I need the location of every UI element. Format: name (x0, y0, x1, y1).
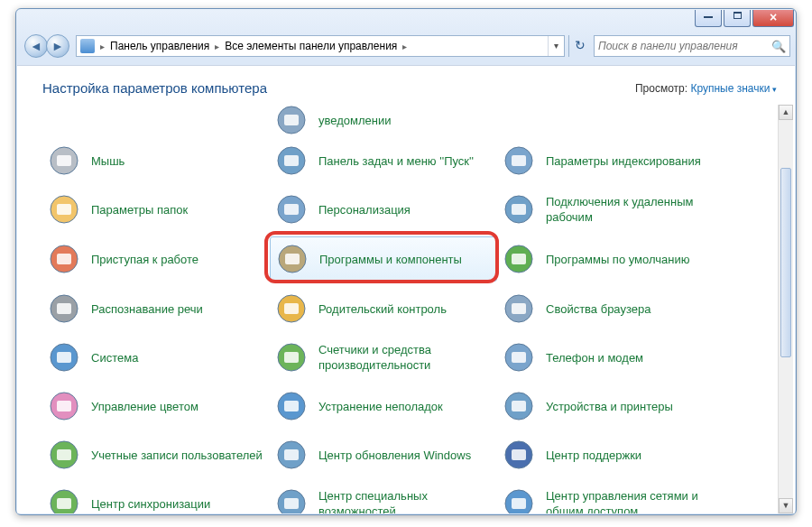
item-label: Параметры папок (91, 202, 188, 217)
control-panel-item[interactable]: Центр управления сетями и общим доступом (497, 482, 724, 513)
minimize-button[interactable] (695, 10, 722, 27)
item-icon (273, 339, 309, 375)
control-panel-item[interactable]: Центр поддержки (497, 433, 724, 476)
control-panel-item[interactable]: Параметры индексирования (497, 139, 724, 182)
items-grid: уведомленииМышьПанель задач и меню ''Пус… (42, 110, 791, 513)
item-label: Свойства браузера (546, 301, 651, 317)
control-panel-item[interactable]: Программы по умолчанию (497, 236, 724, 282)
svg-rect-21 (57, 303, 71, 314)
scroll-down-button[interactable]: ▼ (779, 498, 793, 513)
item-label: Центр поддержки (546, 448, 641, 463)
control-panel-item[interactable]: Распознавание речи (42, 287, 270, 330)
chevron-right-icon[interactable]: ▸ (213, 42, 221, 51)
svg-rect-25 (512, 303, 526, 314)
item-icon (46, 485, 82, 513)
nav-row: ◄ ► ▸ Панель управления ▸ Все элементы п… (16, 31, 796, 61)
item-label: Родительский контроль (318, 301, 447, 317)
refresh-button[interactable]: ↻ (568, 35, 590, 57)
control-panel-item[interactable]: Панель задач и меню ''Пуск'' (270, 139, 497, 182)
svg-rect-29 (284, 352, 299, 363)
svg-rect-3 (57, 155, 71, 166)
item-label: Система (91, 350, 138, 365)
svg-rect-31 (512, 352, 526, 363)
svg-rect-47 (284, 498, 299, 509)
svg-rect-1 (284, 115, 299, 125)
control-panel-item[interactable]: Центр синхронизации (42, 482, 270, 513)
item-icon (273, 110, 309, 130)
address-bar[interactable]: ▸ Панель управления ▸ Все элементы панел… (76, 35, 565, 57)
control-panel-item[interactable]: Учетные записи пользователей (42, 433, 270, 476)
chevron-right-icon[interactable]: ▸ (401, 42, 409, 51)
item-label: Мышь (91, 153, 125, 169)
control-panel-item[interactable]: Персонализация (270, 188, 497, 231)
forward-button[interactable]: ► (46, 34, 69, 58)
item-icon (46, 191, 82, 227)
item-icon (273, 485, 309, 513)
control-panel-item[interactable]: Центр обновления Windows (270, 433, 497, 476)
svg-rect-9 (57, 204, 71, 215)
control-panel-item[interactable]: Родительский контроль (270, 287, 497, 330)
item-label: Устранение неполадок (318, 399, 443, 414)
search-input[interactable] (598, 40, 771, 52)
svg-rect-49 (512, 498, 526, 509)
search-box[interactable]: 🔍 (594, 35, 790, 57)
control-panel-item[interactable]: Программы и компоненты (270, 236, 497, 282)
maximize-button[interactable] (724, 10, 751, 27)
page-title: Настройка параметров компьютера (42, 80, 267, 96)
svg-rect-7 (512, 155, 526, 166)
control-panel-item[interactable]: Телефон и модем (497, 336, 724, 379)
control-panel-item[interactable]: уведомлении (270, 110, 497, 134)
item-label: Панель задач и меню ''Пуск'' (318, 153, 474, 169)
item-label: Устройства и принтеры (546, 399, 673, 414)
item-label: Центр специальных возможностей (318, 488, 490, 513)
scroll-up-button[interactable]: ▲ (779, 105, 793, 120)
item-label: Центр управления сетями и общим доступом (546, 488, 717, 513)
close-button[interactable]: × (752, 10, 794, 27)
breadcrumb-seg[interactable]: Панель управления (106, 40, 213, 52)
control-panel-item[interactable]: Мышь (42, 139, 270, 182)
control-panel-item[interactable]: Устройства и принтеры (497, 384, 724, 428)
control-panel-item[interactable]: Счетчики и средства производительности (270, 336, 497, 379)
item-icon (501, 143, 537, 179)
content-area: Настройка параметров компьютера Просмотр… (17, 65, 795, 513)
content-header: Настройка параметров компьютера Просмотр… (17, 66, 795, 105)
items-area: уведомленииМышьПанель задач и меню ''Пус… (17, 105, 795, 513)
svg-rect-41 (284, 449, 299, 460)
item-icon (273, 291, 309, 327)
item-icon (273, 437, 309, 473)
scroll-thumb[interactable] (780, 168, 791, 357)
item-icon (273, 191, 309, 227)
control-panel-item[interactable]: Устранение неполадок (270, 384, 497, 428)
control-panel-item[interactable]: Система (42, 336, 270, 379)
item-icon (46, 143, 82, 179)
control-panel-item[interactable]: Центр специальных возможностей (270, 482, 497, 513)
item-icon (501, 388, 537, 424)
breadcrumb-seg[interactable]: Все элементы панели управления (221, 40, 401, 52)
control-panel-item[interactable]: Свойства браузера (497, 287, 724, 330)
svg-rect-23 (284, 303, 299, 314)
item-label: Управление цветом (91, 399, 198, 414)
window-frame: × ◄ ► ▸ Панель управления ▸ Все элементы… (15, 8, 797, 515)
item-icon (501, 291, 537, 327)
control-panel-item[interactable]: Подключения к удаленным рабочим (497, 188, 724, 231)
item-icon (46, 388, 82, 424)
svg-rect-27 (57, 352, 71, 363)
view-options: Просмотр: Крупные значки (635, 82, 777, 95)
item-icon (46, 241, 82, 277)
control-panel-item[interactable]: Параметры папок (42, 188, 270, 231)
item-label: Центр обновления Windows (318, 448, 471, 463)
nav-arrows: ◄ ► (22, 33, 72, 59)
item-icon (274, 241, 310, 277)
view-mode-link[interactable]: Крупные значки (690, 82, 777, 95)
item-label: Персонализация (318, 202, 411, 217)
titlebar: × (16, 9, 796, 31)
item-icon (501, 191, 537, 227)
control-panel-item[interactable]: Управление цветом (42, 384, 270, 428)
scrollbar[interactable]: ▲ ▼ (778, 105, 793, 513)
address-dropdown[interactable]: ▾ (548, 36, 564, 56)
back-button[interactable]: ◄ (24, 34, 48, 58)
control-panel-item[interactable]: Приступая к работе (42, 236, 270, 282)
chevron-right-icon[interactable]: ▸ (98, 42, 106, 51)
svg-rect-45 (57, 498, 71, 509)
search-icon[interactable]: 🔍 (771, 40, 786, 53)
